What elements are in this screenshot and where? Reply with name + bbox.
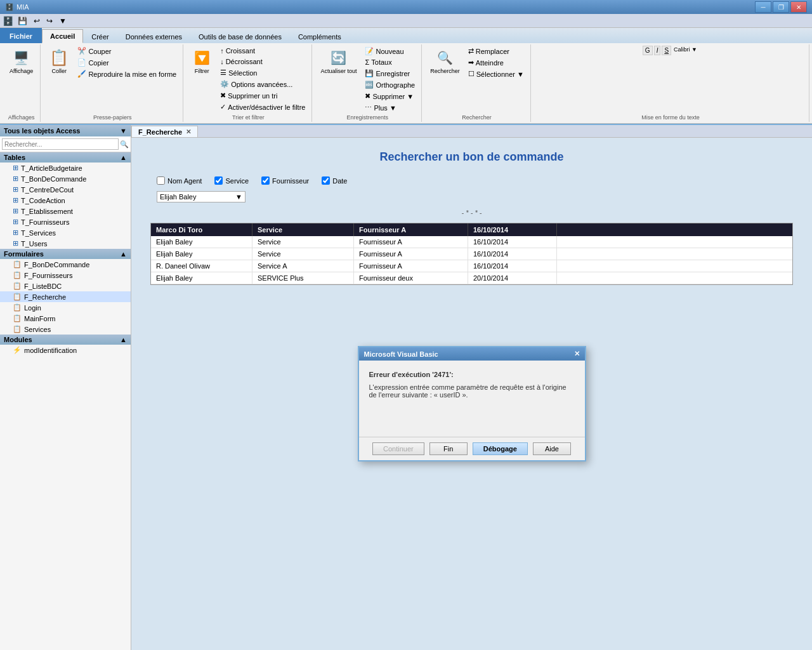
nav-section-formulaires[interactable]: Formulaires ▲ [0,249,131,259]
nav-item-etablissement[interactable]: ⊞ T_Etablissement [0,206,131,216]
nav-pane-header[interactable]: Tous les objets Access ▼ [0,125,131,136]
orthographe-label: Orthographe [376,81,415,89]
activer-filtre-icon: ✓ [220,103,226,111]
doc-tab-f-recherche[interactable]: F_Recherche ✕ [131,126,198,137]
nav-item-modidentification[interactable]: ⚡ modIdentification [0,345,131,355]
croissant-button[interactable]: ↑ Croissant [218,46,308,56]
aide-button[interactable]: Aide [533,442,571,455]
nav-search-input[interactable] [2,138,119,150]
tab-donnees-externes[interactable]: Données externes [117,29,190,43]
activer-filtre-label: Activer/désactiver le filtre [228,103,305,111]
nav-item-codeaction[interactable]: ⊞ T_CodeAction [0,195,131,206]
nav-item-f-bondecommande[interactable]: 📋 F_BonDeCommande [0,259,131,270]
couper-button[interactable]: ✂️ Couper [75,46,179,56]
selection-icon: ☰ [220,69,226,77]
selectionner-label: Sélectionner ▼ [476,70,524,78]
tab-complements[interactable]: Compléments [290,29,350,43]
nouveau-button[interactable]: 📝 Nouveau [362,46,417,56]
atteindre-button[interactable]: ➡ Atteindre [466,57,527,68]
supprimer-enreg-button[interactable]: ✖ Supprimer ▼ [362,91,417,102]
modules-section-label: Modules [4,336,32,343]
bold-button[interactable]: G [643,46,653,55]
avancees-button[interactable]: ⚙️ Options avancées... [218,79,308,90]
nav-item-services-table[interactable]: ⊞ T_Services [0,227,131,238]
save-quick-btn[interactable]: 💾 [16,16,29,26]
enregistrer-label: Enregistrer [376,70,410,77]
couper-icon: ✂️ [77,47,86,55]
redo-quick-btn[interactable]: ↪ [44,16,55,26]
atteindre-icon: ➡ [468,58,474,67]
form-icon: 📋 [13,325,22,333]
restore-button[interactable]: ❐ [773,1,789,13]
debogage-button[interactable]: Débogage [473,442,528,455]
nav-item-f-fournisseurs[interactable]: 📋 F_Fournisseurs [0,270,131,281]
nav-item-articlebudgetaire[interactable]: ⊞ T_ArticleBudgetaire [0,162,131,173]
dialog-close-icon[interactable]: ✕ [574,350,580,358]
nav-item-centredecout[interactable]: ⊞ T_CentreDeCout [0,184,131,195]
doc-tab-close-icon[interactable]: ✕ [186,128,191,135]
group-texte-label: Mise en forme du texte [641,114,700,121]
nav-item-f-recherche[interactable]: 📋 F_Recherche [0,291,131,302]
copier-button[interactable]: 📄 Copier [75,57,179,68]
underline-button[interactable]: S [662,46,671,55]
nav-item-services-form[interactable]: 📋 Services [0,324,131,335]
affichage-button[interactable]: 🖥️ Affichage [6,46,36,76]
actualiser-button[interactable]: 🔄 Actualiser tout [317,46,360,76]
couper-label: Couper [88,48,111,55]
supprimer-tri-button[interactable]: ✖ Supprimer un tri [218,90,308,101]
totaux-icon: Σ [365,58,369,66]
supprimer-tri-icon: ✖ [220,91,226,100]
plus-button[interactable]: ⋯ Plus ▼ [362,102,417,113]
nav-item-login[interactable]: 📋 Login [0,302,131,313]
enregistrer-button[interactable]: 💾 Enregistrer [362,68,417,79]
actualiser-icon: 🔄 [329,48,349,68]
nav-item-mainform[interactable]: 📋 MainForm [0,313,131,324]
orthographe-icon: 🔤 [365,81,374,89]
customize-quick-btn[interactable]: ▼ [57,16,69,26]
coller-button[interactable]: 📋 Coller [46,46,72,76]
nav-item-bondecommande[interactable]: ⊞ T_BonDeCommande [0,173,131,184]
supprimer-enreg-icon: ✖ [365,92,370,100]
selectionner-button[interactable]: ☐ Sélectionner ▼ [466,69,527,79]
nav-item-fournisseurs-table[interactable]: ⊞ T_Fournisseurs [0,216,131,227]
nav-section-tables[interactable]: Tables ▲ [0,152,131,162]
nav-section-modules[interactable]: Modules ▲ [0,335,131,345]
font-dropdown[interactable]: Calibri ▼ [672,46,698,53]
tab-fichier[interactable]: Fichier [0,28,42,43]
totaux-button[interactable]: Σ Totaux [362,57,417,67]
fin-button[interactable]: Fin [429,442,468,455]
decroissant-button[interactable]: ↓ Décroissant [218,56,308,67]
orthographe-button[interactable]: 🔤 Orthographe [362,79,417,90]
group-affichages: 🖥️ Affichage Affichages [3,44,41,122]
activer-filtre-button[interactable]: ✓ Activer/désactiver le filtre [218,102,308,112]
plus-label: Plus ▼ [374,104,396,112]
navigation-pane: Tous les objets Access ▼ 🔍 Tables ▲ ⊞ T_… [0,125,131,650]
reproduire-button[interactable]: 🖌️ Reproduire la mise en forme [75,69,179,79]
group-rechercher-label: Rechercher [462,114,492,121]
formulaires-section-label: Formulaires [4,250,44,258]
ribbon: Fichier Accueil Créer Données externes O… [0,28,812,125]
tables-section-chevron-icon: ▲ [120,154,127,161]
tab-creer[interactable]: Créer [83,29,117,43]
nouveau-icon: 📝 [365,47,374,55]
continuer-button[interactable]: Continuer [372,442,424,455]
ribbon-content: 🖥️ Affichage Affichages 📋 Coller ✂️ Coup… [0,43,812,124]
minimize-button[interactable]: ─ [755,1,771,13]
undo-quick-btn[interactable]: ↩ [32,16,42,26]
close-button[interactable]: ✕ [790,1,807,13]
doc-tab-label: F_Recherche [138,128,182,136]
remplacer-button[interactable]: ⇄ Remplacer [466,46,527,56]
nav-item-f-listebdc[interactable]: 📋 F_ListeBDC [0,281,131,291]
reproduire-label: Reproduire la mise en forme [88,70,176,78]
italic-button[interactable]: I [654,46,661,55]
rechercher-button[interactable]: 🔍 Rechercher [427,46,463,76]
selection-button[interactable]: ☰ Sélection [218,67,308,78]
affichage-icon: 🖥️ [11,48,32,68]
filtrer-icon: 🔽 [192,48,212,68]
tab-accueil[interactable]: Accueil [42,29,83,43]
tab-outils-bdd[interactable]: Outils de base de données [190,29,290,43]
clipboard-small-btns: ✂️ Couper 📄 Copier 🖌️ Reproduire la mise… [75,46,179,79]
rechercher-icon: 🔍 [435,48,455,68]
filtrer-button[interactable]: 🔽 Filtrer [188,46,215,76]
nav-item-users-table[interactable]: ⊞ T_Users [0,238,131,249]
